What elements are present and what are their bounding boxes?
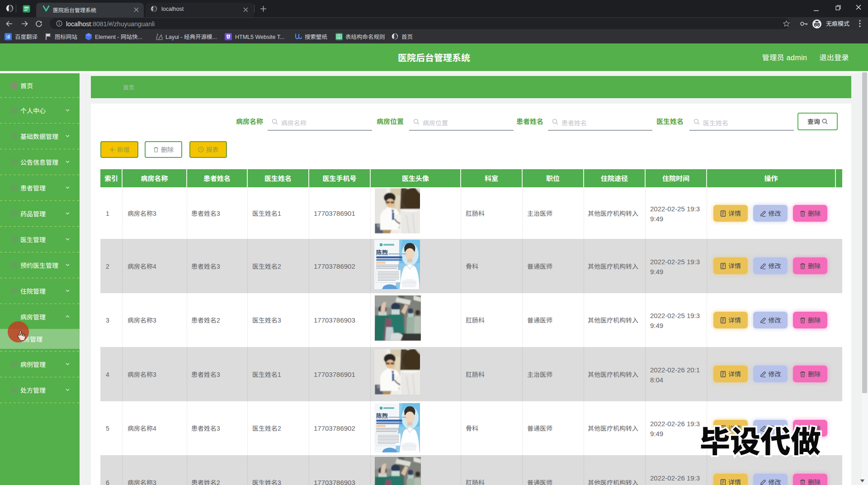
svg-text:译: 译 [6, 33, 10, 40]
svg-text:毕设代做: 毕设代做 [700, 419, 821, 461]
svg-text:陈煦: 陈煦 [376, 411, 388, 420]
svg-text:陈煦: 陈煦 [376, 248, 388, 257]
